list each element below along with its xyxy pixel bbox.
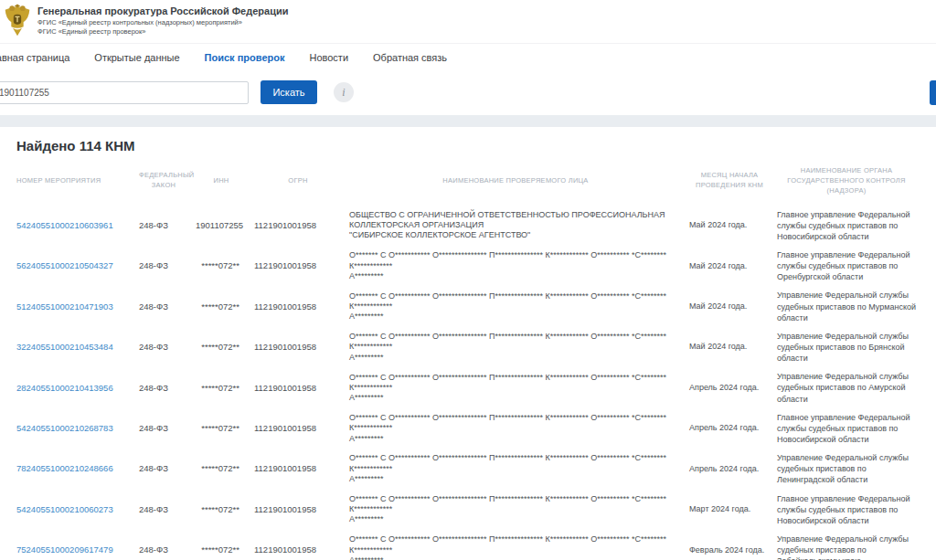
nav-item-open-data[interactable]: Открытые данные <box>94 52 179 63</box>
event-number-link[interactable]: 54240551000210060273 <box>16 504 113 514</box>
table-row: 54240551000210268783 248-ФЗ *****072** 1… <box>16 408 920 449</box>
event-number-link[interactable]: 56240551000210504327 <box>16 260 113 270</box>
event-number-cell: 32240551000210453484 <box>16 327 135 367</box>
ogrn-cell: 1121901001958 <box>250 449 346 489</box>
table-row: 78240551000210248666 248-ФЗ *****072** 1… <box>16 449 920 489</box>
nav-item-home[interactable]: Главная страница <box>0 52 69 63</box>
nav-item-search[interactable]: Поиск проверок <box>205 52 285 63</box>
authority-cell: Главное управление Федеральной службы су… <box>773 246 920 286</box>
divider-band <box>0 115 936 127</box>
authority-cell: Главное управление Федеральной службы су… <box>773 408 920 449</box>
entity-name-line1: О******* С О*********** О***************… <box>349 413 667 434</box>
month-cell: Май 2024 года. <box>686 246 773 286</box>
federal-law-cell: 248-ФЗ <box>135 367 192 407</box>
authority-cell: Главное управление Федеральной службы су… <box>773 206 920 246</box>
site-header: Генеральная прокуратура Российской Федер… <box>0 0 936 43</box>
entity-name-cell: О******* С О*********** О***************… <box>346 286 686 326</box>
month-cell: Февраль 2024 года. <box>686 530 773 560</box>
column-header-inn: ИНН <box>192 161 250 206</box>
authority-cell: Управление Федеральной службы судебных п… <box>773 286 920 326</box>
entity-name-line1: О******* С О*********** О***************… <box>349 250 667 271</box>
results-table: Номер мероприятия Федеральный закон ИНН … <box>16 161 920 560</box>
header-titles: Генеральная прокуратура Российской Федер… <box>37 3 288 36</box>
table-header-row: Номер мероприятия Федеральный закон ИНН … <box>16 161 920 206</box>
entity-name-line1: О******* С О*********** О***************… <box>349 332 667 353</box>
ogrn-cell: 1121901001958 <box>250 286 346 326</box>
entity-name-cell: О******* С О*********** О***************… <box>346 530 686 560</box>
search-button[interactable]: Искать <box>261 80 316 104</box>
entity-name-line1: О******* С О*********** О***************… <box>349 453 667 474</box>
search-section: Искать i <box>0 72 936 115</box>
event-number-link[interactable]: 54240551000210268783 <box>16 423 113 433</box>
entity-name-line2: "СИБИРСКОЕ КОЛЛЕКТОРСКОЕ АГЕНТСТВО" <box>349 230 667 240</box>
right-edge-partial-button[interactable] <box>930 80 936 105</box>
federal-law-cell: 248-ФЗ <box>135 530 192 560</box>
entity-name-cell: О******* С О*********** О***************… <box>346 490 686 530</box>
federal-law-cell: 248-ФЗ <box>135 246 192 286</box>
entity-name-line2: А********* <box>349 474 667 484</box>
inn-cell: *****072** <box>192 367 250 407</box>
month-cell: Май 2024 года. <box>686 327 773 367</box>
column-header-ogrn: ОГРН <box>250 161 346 206</box>
authority-cell: Управление Федеральной службы судебных п… <box>773 530 920 560</box>
event-number-cell: 56240551000210504327 <box>16 246 135 286</box>
federal-law-cell: 248-ФЗ <box>135 408 192 449</box>
inn-cell: *****072** <box>192 449 250 489</box>
entity-name-line1: О******* С О*********** О***************… <box>349 534 667 555</box>
column-header-authority: Наименование органа государственного кон… <box>773 161 920 206</box>
search-input[interactable] <box>0 81 249 104</box>
entity-name-line1: О******* С О*********** О***************… <box>349 373 667 394</box>
entity-name-cell: О******* С О*********** О***************… <box>346 327 686 367</box>
inn-cell: *****072** <box>192 408 250 449</box>
inn-cell: *****072** <box>192 530 250 560</box>
authority-cell: Управление Федеральной службы судебных п… <box>773 327 920 367</box>
entity-name-line2: А********* <box>349 393 667 403</box>
entity-name-line2: А********* <box>349 514 667 524</box>
month-cell: Апрель 2024 года. <box>686 449 773 489</box>
event-number-link[interactable]: 54240551000210603961 <box>16 220 113 230</box>
column-header-number: Номер мероприятия <box>16 161 135 206</box>
event-number-cell: 78240551000210248666 <box>16 449 135 489</box>
table-row: 28240551000210413956 248-ФЗ *****072** 1… <box>16 367 920 407</box>
entity-name-line2: А********* <box>349 271 667 281</box>
inn-cell: *****072** <box>192 490 250 530</box>
event-number-cell: 54240551000210268783 <box>16 408 135 449</box>
inn-cell: 1901107255 <box>192 206 250 246</box>
nav-item-news[interactable]: Новости <box>309 52 348 63</box>
entity-name-line2: А********* <box>349 353 667 363</box>
event-number-link[interactable]: 78240551000210248666 <box>16 463 113 473</box>
table-row: 32240551000210453484 248-ФЗ *****072** 1… <box>16 327 920 367</box>
event-number-link[interactable]: 51240551000210471903 <box>16 301 113 312</box>
event-number-link[interactable]: 75240551000209617479 <box>16 544 113 555</box>
entity-name-line2: А********* <box>349 434 667 444</box>
entity-name-cell: О******* С О*********** О***************… <box>346 246 686 286</box>
event-number-cell: 28240551000210413956 <box>16 367 135 407</box>
month-cell: Апрель 2024 года. <box>686 408 773 449</box>
table-row: 54240551000210060273 248-ФЗ *****072** 1… <box>16 490 920 530</box>
inn-cell: *****072** <box>192 246 250 286</box>
inn-cell: *****072** <box>192 327 250 367</box>
event-number-cell: 75240551000209617479 <box>16 530 135 560</box>
inn-cell: *****072** <box>192 286 250 326</box>
table-row: 51240551000210471903 248-ФЗ *****072** 1… <box>16 286 920 326</box>
federal-law-cell: 248-ФЗ <box>135 206 192 246</box>
column-header-month: Месяц начала проведения КНМ <box>686 161 773 206</box>
system-name-1: ФГИС «Единый реестр контрольных (надзорн… <box>37 18 288 27</box>
entity-name-cell: ОБЩЕСТВО С ОГРАНИЧЕННОЙ ОТВЕТСТВЕННОСТЬЮ… <box>346 206 686 246</box>
table-row: 54240551000210603961 248-ФЗ 1901107255 1… <box>16 206 920 246</box>
month-cell: Апрель 2024 года. <box>686 367 773 407</box>
event-number-link[interactable]: 28240551000210413956 <box>16 383 113 393</box>
ogrn-cell: 1121901001958 <box>250 206 346 246</box>
org-title: Генеральная прокуратура Российской Федер… <box>37 5 288 18</box>
authority-cell: Главное управление Федеральной службы су… <box>773 490 920 530</box>
event-number-link[interactable]: 32240551000210453484 <box>16 342 113 352</box>
month-cell: Май 2024 года. <box>686 286 773 326</box>
entity-name-line2: А********* <box>349 555 667 560</box>
results-heading: Найдено 114 КНМ <box>16 138 920 153</box>
entity-name-line1: ОБЩЕСТВО С ОГРАНИЧЕННОЙ ОТВЕТСТВЕННОСТЬЮ… <box>349 210 667 231</box>
nav-item-feedback[interactable]: Обратная связь <box>373 52 447 63</box>
entity-name-line1: О******* С О*********** О***************… <box>349 494 667 515</box>
info-icon[interactable]: i <box>334 82 354 102</box>
ogrn-cell: 1121901001958 <box>250 530 346 560</box>
entity-name-line1: О******* С О*********** О***************… <box>349 291 667 312</box>
